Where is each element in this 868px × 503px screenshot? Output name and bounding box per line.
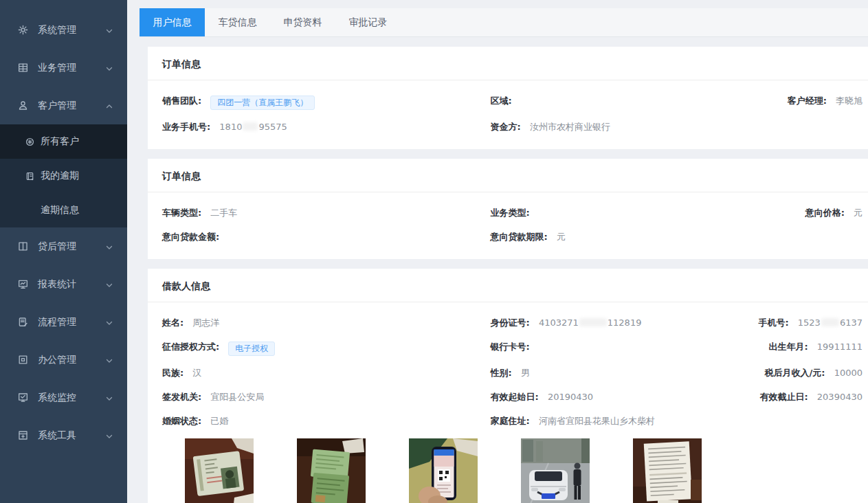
field-loan-term: 意向贷款期限: 元 xyxy=(491,230,695,244)
divider xyxy=(148,192,868,192)
sidebar-item-label: 贷后管理 xyxy=(38,241,76,253)
chevron-down-icon xyxy=(105,394,113,402)
empty-cell xyxy=(863,120,868,134)
field-bank-card: 银行卡号: xyxy=(491,339,695,356)
field-value: 李晓旭 xyxy=(836,96,863,106)
clipboard-pen-icon xyxy=(17,316,29,328)
phone-qr-photo-image xyxy=(409,438,478,503)
photo-green-certificate[interactable]: 登记证书照片 xyxy=(297,438,366,503)
field-value: 20190430 xyxy=(548,392,593,402)
field-value: 元 xyxy=(557,232,566,242)
field-label: 资金方: xyxy=(491,122,521,132)
field-label: 车辆类型: xyxy=(162,208,201,218)
sidebar-item-system-mgmt[interactable]: 系统管理 xyxy=(0,11,127,49)
field-label: 征信授权方式: xyxy=(162,342,219,352)
field-value: 汝州市农村商业银行 xyxy=(530,122,610,132)
field-home-address: 家庭住址: 河南省宜阳县花果山乡木柴村 xyxy=(491,414,695,428)
field-label: 业务手机号: xyxy=(162,122,210,132)
sidebar-submenu-customer: 所有客户 我的逾期 逾期信息 xyxy=(0,124,127,227)
field-value: 10000 xyxy=(834,368,863,378)
sidebar-item-process-mgmt[interactable]: 流程管理 xyxy=(0,303,127,341)
field-valid-to: 有效截止日: 20390430 xyxy=(759,390,868,404)
chevron-down-icon xyxy=(105,64,113,72)
sales-team-tag: 四团一营（直属王鹏飞） xyxy=(210,96,315,110)
field-label: 意向贷款金额: xyxy=(162,232,219,242)
square-in-square-icon xyxy=(17,354,29,366)
field-loan-amount: 意向贷款金额: xyxy=(162,230,491,244)
field-name: 姓名: 周志洋 xyxy=(162,315,491,330)
id-card-photo-image xyxy=(185,438,254,503)
field-label: 出生年月: xyxy=(768,342,808,352)
sidebar-item-system-monitor[interactable]: 系统监控 xyxy=(0,379,127,416)
chevron-down-icon xyxy=(105,356,113,364)
order-info-card-2: 订单信息 车辆类型: 二手车 业务类型: 意向价格: 元 意向贷款金额: xyxy=(148,159,868,259)
sidebar-item-business-mgmt[interactable]: 业务管理 xyxy=(0,49,127,87)
field-label: 身份证号: xyxy=(491,317,530,328)
field-valid-from: 有效起始日: 20190430 xyxy=(491,390,695,404)
card-title: 订单信息 xyxy=(148,159,868,192)
field-value: 元 xyxy=(854,208,863,218)
sidebar-item-report-stats[interactable]: 报表统计 xyxy=(0,265,127,303)
field-value: 1523 xyxy=(798,317,821,328)
user-icon xyxy=(17,100,29,111)
redaction-blur xyxy=(579,318,607,326)
sidebar-item-overdue-info[interactable]: 逾期信息 xyxy=(0,193,127,227)
field-value: 20390430 xyxy=(817,392,863,402)
field-vehicle-type: 车辆类型: 二手车 xyxy=(162,205,491,220)
tab-approval-records[interactable]: 审批记录 xyxy=(335,8,401,36)
tab-loan-application-docs[interactable]: 申贷资料 xyxy=(270,8,335,36)
photo-person-with-car[interactable]: 人车合影 xyxy=(521,438,590,503)
field-marital-status: 婚姻状态: 已婚 xyxy=(162,414,491,428)
sidebar-item-label: 报表统计 xyxy=(38,278,76,291)
app-window: 系统管理 业务管理 客户管理 所有客户 我的逾期 逾期信息 xyxy=(0,0,868,503)
sidebar-item-label: 业务管理 xyxy=(38,62,76,74)
empty-cell xyxy=(863,414,868,428)
tab-user-info[interactable]: 用户信息 xyxy=(140,8,205,36)
field-gender: 性别: 男 xyxy=(491,366,695,380)
field-value: 112819 xyxy=(608,317,642,328)
field-label: 税后月收入/元: xyxy=(765,368,825,378)
photo-id-card[interactable]: 本人照 xyxy=(185,438,254,503)
sidebar-item-all-customers[interactable]: 所有客户 xyxy=(0,124,127,159)
green-certificate-photo-image xyxy=(297,438,366,503)
borrower-info-card: 借款人信息 姓名: 周志洋 身份证号: 4103271112819 手机号: 1… xyxy=(148,269,868,503)
photo-auth-screenshot[interactable]: 授权截图 xyxy=(409,438,478,503)
field-mobile-phone: 手机号: 15236137 xyxy=(758,315,868,330)
grid-icon xyxy=(17,62,29,74)
notebook-pen-icon xyxy=(25,171,35,181)
chevron-down-icon xyxy=(105,280,113,289)
monitor-icon xyxy=(17,278,29,290)
divider xyxy=(148,80,868,80)
chevron-down-icon xyxy=(105,26,113,34)
field-label: 签发机关: xyxy=(162,392,201,402)
field-label: 民族: xyxy=(162,368,183,378)
field-label: 性别: xyxy=(491,368,512,378)
person-car-photo-image xyxy=(521,438,590,503)
sidebar: 系统管理 业务管理 客户管理 所有客户 我的逾期 逾期信息 xyxy=(0,0,127,503)
sidebar-item-label: 客户管理 xyxy=(38,100,76,112)
order-info-card-1: 订单信息 销售团队: 四团一营（直属王鹏飞） 区域: 客户经理: 李晓旭 业 xyxy=(148,47,868,149)
field-label: 客户经理: xyxy=(788,96,827,106)
sidebar-item-postloan-mgmt[interactable]: 贷后管理 xyxy=(0,227,127,265)
sidebar-item-label: 办公管理 xyxy=(38,354,76,366)
card-title: 订单信息 xyxy=(148,47,868,80)
field-label: 银行卡号: xyxy=(491,342,530,352)
sidebar-item-customer-mgmt[interactable]: 客户管理 xyxy=(0,87,127,124)
sidebar-item-my-overdue[interactable]: 我的逾期 xyxy=(0,159,127,193)
field-label: 婚姻状态: xyxy=(162,416,201,426)
empty-cell xyxy=(863,230,868,244)
divider xyxy=(148,302,868,302)
field-value: 周志洋 xyxy=(192,317,219,328)
sidebar-item-system-tools[interactable]: 系统工具 xyxy=(0,416,127,454)
field-business-phone: 业务手机号: 181095575 xyxy=(162,120,491,134)
monitor-check-icon xyxy=(17,392,29,403)
tab-car-loan-info[interactable]: 车贷信息 xyxy=(205,8,270,36)
chevron-down-icon xyxy=(105,432,113,440)
field-value: 河南省宜阳县花果山乡木柴村 xyxy=(539,416,655,426)
photo-handwritten-document[interactable]: 其他材料 xyxy=(633,438,702,503)
field-sales-team: 销售团队: 四团一营（直属王鹏飞） xyxy=(162,93,491,110)
field-id-number: 身份证号: 4103271112819 xyxy=(491,315,695,330)
field-label: 姓名: xyxy=(162,317,183,328)
sidebar-item-office-mgmt[interactable]: 办公管理 xyxy=(0,341,127,379)
field-value: 已婚 xyxy=(210,416,228,426)
